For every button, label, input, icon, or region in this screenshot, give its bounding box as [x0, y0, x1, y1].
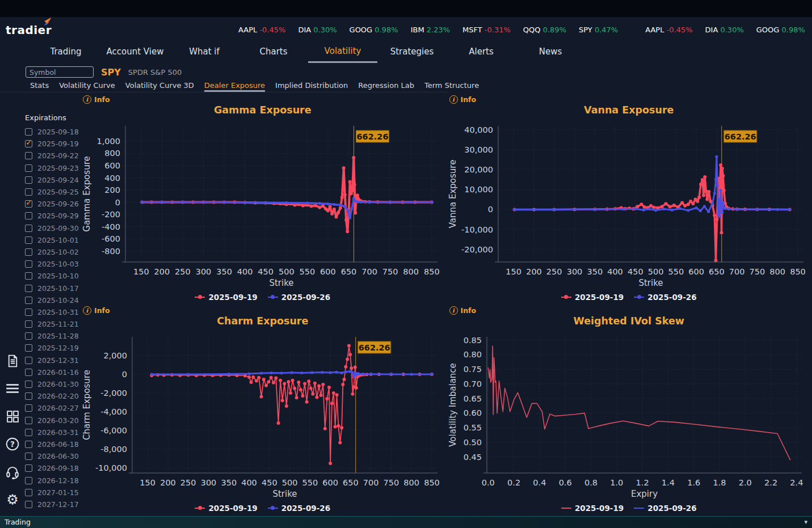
- checkbox-unchecked[interactable]: [25, 248, 32, 256]
- checkbox-unchecked[interactable]: [25, 164, 32, 172]
- settings-gear-icon[interactable]: ⚙: [5, 492, 20, 508]
- expiration-row-2025-10-01[interactable]: 2025-10-01: [25, 234, 79, 246]
- legend-item-2025-09-26[interactable]: 2025-09-26: [634, 504, 696, 513]
- expiration-row-2026-01-16[interactable]: 2026-01-16: [25, 366, 79, 378]
- nav-item-charts[interactable]: Charts: [239, 43, 308, 63]
- checkbox-unchecked[interactable]: [25, 297, 32, 304]
- subtab-volatility-curve[interactable]: Volatility Curve: [59, 81, 115, 92]
- checkbox-unchecked[interactable]: [25, 357, 32, 364]
- legend-item-2025-09-19[interactable]: 2025-09-19: [561, 293, 624, 302]
- expiration-row-2027-12-17[interactable]: 2027-12-17: [25, 499, 79, 510]
- expiration-row-2025-09-19[interactable]: ✓2025-09-19: [25, 138, 79, 150]
- nav-item-trading[interactable]: Trading: [31, 43, 100, 63]
- nav-item-account-view[interactable]: Account View: [100, 43, 170, 63]
- checkbox-unchecked[interactable]: [25, 369, 32, 376]
- expiration-row-2026-02-27[interactable]: 2026-02-27: [25, 402, 79, 414]
- expiration-row-2025-09-23[interactable]: 2025-09-23: [25, 162, 79, 174]
- legend-item-2025-09-26[interactable]: 2025-09-26: [634, 293, 696, 302]
- nav-item-volatility[interactable]: Volatility: [308, 43, 377, 63]
- expiration-row-2025-09-18[interactable]: 2025-09-18: [25, 126, 79, 138]
- checkbox-unchecked[interactable]: [25, 285, 32, 292]
- charm-info-button[interactable]: i Info: [83, 306, 110, 315]
- subtab-stats[interactable]: Stats: [30, 81, 49, 92]
- expiration-row-2025-12-31[interactable]: 2025-12-31: [25, 354, 79, 366]
- expiration-row-2025-10-31[interactable]: 2025-10-31: [25, 306, 79, 318]
- nav-item-alerts[interactable]: Alerts: [447, 43, 516, 63]
- symbol-input[interactable]: [26, 66, 94, 78]
- help-icon[interactable]: ?: [5, 436, 20, 452]
- vanna-plot-area[interactable]: 40,00030,00020,00010,0000-10,000-20,0001…: [447, 120, 810, 292]
- brand-logo[interactable]: tradier: [6, 23, 52, 37]
- nav-item-what-if[interactable]: What if: [170, 43, 239, 63]
- checkbox-unchecked[interactable]: [25, 176, 32, 184]
- skew-plot-area[interactable]: 0.850.800.750.700.650.600.550.500.450.00…: [447, 331, 810, 502]
- subtab-regression-lab[interactable]: Regression Lab: [358, 81, 414, 92]
- expiration-row-2025-12-19[interactable]: 2025-12-19: [25, 342, 79, 354]
- expiration-row-2025-10-03[interactable]: 2025-10-03: [25, 258, 79, 270]
- subtab-implied-distribution[interactable]: Implied Distribution: [275, 81, 348, 92]
- expiration-row-2025-10-10[interactable]: 2025-10-10: [25, 270, 79, 282]
- grid-icon[interactable]: [5, 408, 20, 424]
- checkbox-unchecked[interactable]: [25, 152, 32, 159]
- expiration-row-2025-11-21[interactable]: 2025-11-21: [25, 318, 79, 330]
- legend-item-2025-09-19[interactable]: 2025-09-19: [561, 504, 624, 513]
- checkbox-unchecked[interactable]: [25, 128, 32, 136]
- checkbox-unchecked[interactable]: [25, 441, 32, 448]
- checkbox-unchecked[interactable]: [25, 188, 32, 196]
- checkbox-unchecked[interactable]: [25, 453, 32, 460]
- expiration-row-2025-10-02[interactable]: 2025-10-02: [25, 246, 79, 258]
- subtab-dealer-exposure[interactable]: Dealer Exposure: [204, 81, 265, 92]
- checkbox-checked[interactable]: ✓: [25, 140, 32, 147]
- checkbox-unchecked[interactable]: [25, 404, 32, 412]
- checkbox-unchecked[interactable]: [25, 344, 32, 352]
- subtab-volatility-curve-3d[interactable]: Volatility Curve 3D: [125, 81, 194, 92]
- expiration-row-2025-09-22[interactable]: 2025-09-22: [25, 150, 79, 162]
- expiration-row-2026-06-18[interactable]: 2026-06-18: [25, 438, 79, 450]
- subtab-term-structure[interactable]: Term Structure: [424, 81, 479, 92]
- skew-info-button[interactable]: i Info: [449, 306, 477, 315]
- document-icon[interactable]: [5, 353, 20, 369]
- checkbox-unchecked[interactable]: [25, 417, 32, 424]
- checkbox-unchecked[interactable]: [25, 260, 32, 268]
- checkbox-unchecked[interactable]: [25, 477, 32, 484]
- nav-item-strategies[interactable]: Strategies: [377, 43, 447, 63]
- expiration-row-2025-09-26[interactable]: ✓2025-09-26: [25, 198, 79, 210]
- headset-icon[interactable]: [5, 464, 20, 480]
- legend-item-2025-09-19[interactable]: 2025-09-19: [195, 504, 257, 513]
- checkbox-unchecked[interactable]: [25, 332, 32, 340]
- legend-item-2025-09-26[interactable]: 2025-09-26: [268, 504, 330, 513]
- expiration-row-2025-09-24[interactable]: 2025-09-24: [25, 174, 79, 186]
- expiration-row-2026-03-31[interactable]: 2026-03-31: [25, 426, 79, 438]
- checkbox-unchecked[interactable]: [25, 236, 32, 244]
- gamma-plot-area[interactable]: 1,0008006004002000-200-400-600-800150200…: [81, 120, 444, 292]
- expiration-row-2026-02-20[interactable]: 2026-02-20: [25, 390, 79, 402]
- legend-item-2025-09-19[interactable]: 2025-09-19: [195, 293, 257, 302]
- checkbox-unchecked[interactable]: [25, 501, 32, 508]
- expiration-row-2027-01-15[interactable]: 2027-01-15: [25, 487, 79, 499]
- expiration-row-2026-01-30[interactable]: 2026-01-30: [25, 378, 79, 390]
- menu-icon[interactable]: [5, 381, 20, 396]
- vanna-info-button[interactable]: i Info: [449, 95, 477, 104]
- checkbox-unchecked[interactable]: [25, 489, 32, 496]
- expiration-row-2025-10-17[interactable]: 2025-10-17: [25, 282, 79, 294]
- nav-item-news[interactable]: News: [516, 43, 585, 63]
- legend-item-2025-09-26[interactable]: 2025-09-26: [268, 293, 330, 302]
- checkbox-unchecked[interactable]: [25, 392, 32, 400]
- checkbox-unchecked[interactable]: [25, 464, 32, 472]
- checkbox-unchecked[interactable]: [25, 272, 32, 280]
- expiration-row-2025-10-24[interactable]: 2025-10-24: [25, 294, 79, 306]
- checkbox-unchecked[interactable]: [25, 225, 32, 232]
- expiration-row-2025-11-28[interactable]: 2025-11-28: [25, 330, 79, 342]
- expiration-row-2025-09-29[interactable]: 2025-09-29: [25, 210, 79, 222]
- checkbox-unchecked[interactable]: [25, 320, 32, 328]
- gamma-info-button[interactable]: i Info: [83, 95, 110, 104]
- checkbox-checked[interactable]: ✓: [25, 200, 32, 208]
- checkbox-unchecked[interactable]: [25, 212, 32, 219]
- checkbox-unchecked[interactable]: [25, 381, 32, 388]
- chevron-down-icon[interactable]: ▾: [804, 518, 807, 526]
- charm-plot-area[interactable]: 2,0000-2,000-4,000-6,000-8,000-10,000150…: [81, 331, 444, 502]
- checkbox-unchecked[interactable]: [25, 429, 32, 436]
- expiration-row-2025-09-30[interactable]: 2025-09-30: [25, 222, 79, 234]
- expiration-row-2025-09-25[interactable]: 2025-09-25: [25, 186, 79, 198]
- checkbox-unchecked[interactable]: [25, 309, 32, 316]
